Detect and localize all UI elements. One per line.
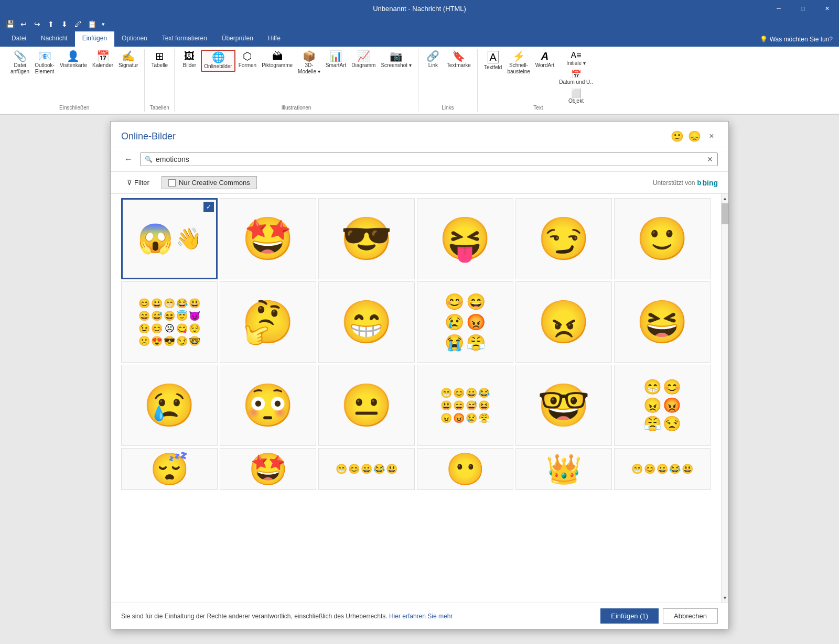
image-cell-6[interactable]: 🙂	[614, 198, 711, 279]
image-cell-8[interactable]: 🤔	[220, 281, 316, 363]
emoji-row-partial: 😁😊😀😂😃	[334, 461, 400, 477]
ribbon-group-links: 🔗 Link 🔖 Textmarke Links	[418, 49, 478, 112]
ribbon-search[interactable]: 💡 Was möchten Sie tun?	[754, 31, 839, 47]
ribbon-item-visitenkarte[interactable]: 👤 Visitenkarte	[58, 50, 89, 70]
scroll-up-button[interactable]: ▲	[722, 194, 728, 203]
image-cell-13[interactable]: 😢	[121, 365, 218, 446]
emoji-winking: 😏	[537, 214, 590, 264]
image-cell-2[interactable]: 🤩	[220, 198, 316, 279]
image-cell-24[interactable]: 😁😊😀😂😃	[614, 448, 711, 490]
clipboard-qa-button[interactable]: 📋	[86, 18, 98, 30]
pen-qa-button[interactable]: 🖊	[72, 18, 84, 30]
ribbon-item-kalender[interactable]: 📅 Kalender	[90, 50, 115, 70]
search-input-wrap: 🔍 ✕	[140, 152, 718, 166]
ribbon-item-wordart[interactable]: A WordArt	[533, 50, 557, 70]
ribbon-item-datum[interactable]: 📅 Datum und U..	[557, 68, 594, 86]
image-cell-12[interactable]: 😆	[614, 281, 711, 363]
image-cell-21[interactable]: 😁😊😀😂😃	[318, 448, 415, 490]
image-cell-17[interactable]: 🤓	[515, 365, 612, 446]
bing-icon: b	[697, 179, 702, 187]
image-cell-19[interactable]: 😴	[121, 448, 218, 490]
scroll-down-button[interactable]: ▼	[722, 593, 728, 603]
image-cell-4[interactable]: 😝	[417, 198, 513, 279]
filter-bar: ⊽ Filter Nur Creative Commons Unterstütz…	[111, 172, 728, 194]
image-cell-23[interactable]: 👑	[515, 448, 612, 490]
image-cell-1[interactable]: ✓ 😱 👋	[121, 198, 218, 279]
filter-label: Filter	[134, 179, 149, 187]
tab-einfuegen[interactable]: Einfügen	[75, 31, 114, 47]
search-input[interactable]	[156, 155, 704, 163]
scroll-thumb[interactable]	[722, 203, 728, 224]
ribbon-item-smartart[interactable]: 📊 SmartArt	[324, 50, 348, 70]
footer-learn-more-link[interactable]: Hier erfahren Sie mehr	[389, 613, 453, 620]
minimize-button[interactable]: ─	[767, 0, 791, 17]
emoji-crown: 👑	[546, 452, 582, 486]
close-window-button[interactable]: ✕	[815, 0, 839, 17]
footer-text-content: Sie sind für die Einhaltung der Rechte a…	[121, 613, 388, 620]
tab-hilfe[interactable]: Hilfe	[261, 31, 288, 47]
save-qa-button[interactable]: 💾	[4, 18, 16, 30]
image-cell-9[interactable]: 😁	[318, 281, 415, 363]
image-cell-18[interactable]: 😁 😊 😠 😡 😤 😒	[614, 365, 711, 446]
ribbon-item-onlinebilder[interactable]: 🌐 Onlinebilder	[201, 50, 235, 72]
ribbon-item-outlook-element[interactable]: 📧 Outlook-Element	[33, 50, 57, 76]
ribbon-group-tabellen: ⊞ Tabelle Tabellen	[145, 49, 175, 112]
image-cell-16[interactable]: 😁😊😀😂 😃😄😅😆 😠😡😢😤	[417, 365, 513, 446]
image-cell-10[interactable]: 😊 😄 😢 😡 😭 😤	[417, 281, 513, 363]
image-cell-15[interactable]: 😐	[318, 365, 415, 446]
tab-text-formatieren[interactable]: Text formatieren	[155, 31, 214, 47]
cancel-button[interactable]: Abbrechen	[663, 608, 718, 624]
tab-ueberpruefen[interactable]: Überprüfen	[214, 31, 261, 47]
ribbon-item-textfeld[interactable]: A Textfeld	[482, 50, 504, 72]
search-clear-button[interactable]: ✕	[707, 155, 713, 163]
tab-datei[interactable]: Datei	[4, 31, 34, 47]
chart-icon: 📈	[357, 51, 370, 61]
down-qa-button[interactable]: ⬇	[59, 18, 70, 30]
object-icon: ⬜	[571, 88, 582, 98]
scrollbar[interactable]: ▲ ▼	[721, 194, 728, 603]
ribbon-item-bilder[interactable]: 🖼 Bilder	[179, 50, 200, 70]
image-cell-3[interactable]: 😎	[318, 198, 415, 279]
emoji-smiley-yellow: 🙂	[636, 214, 689, 264]
image-cell-11[interactable]: 😠	[515, 281, 612, 363]
maximize-button[interactable]: □	[791, 0, 815, 17]
scroll-track[interactable]	[722, 203, 728, 593]
dialog-close-button[interactable]: ×	[705, 130, 718, 143]
back-button[interactable]: ←	[121, 152, 136, 166]
image-cell-14[interactable]: 😳	[220, 365, 316, 446]
redo-qa-button[interactable]: ↪	[31, 18, 43, 30]
emoji-happy-icon[interactable]: 🙂	[671, 130, 684, 143]
image-cell-7[interactable]: 😊😀😁😂😃 😄😅😆😇😈 😉😊☹😋😌 🙁😍😎😏🤓	[121, 281, 218, 363]
ribbon-item-piktogramme[interactable]: 🏔 Piktogramme	[260, 50, 295, 70]
ribbon-item-diagramm[interactable]: 📈 Diagramm	[349, 50, 378, 70]
ribbon-item-screenshot[interactable]: 📷 Screenshot ▾	[379, 50, 413, 70]
tab-optionen[interactable]: Optionen	[114, 31, 155, 47]
ribbon-item-tabelle[interactable]: ⊞ Tabelle	[149, 50, 170, 70]
image-cell-5[interactable]: 😏	[515, 198, 612, 279]
image-cell-20[interactable]: 🤩	[220, 448, 316, 490]
ribbon-item-initiale[interactable]: A≡ Initiale ▾	[557, 50, 594, 67]
tab-nachricht[interactable]: Nachricht	[34, 31, 75, 47]
emoji-sad-icon[interactable]: 😞	[688, 130, 701, 143]
filter-button[interactable]: ⊽ Filter	[121, 176, 155, 189]
undo-qa-button[interactable]: ↩	[18, 18, 29, 30]
ribbon-item-datei-anfuegen[interactable]: 📎 Dateianfügen	[8, 50, 31, 76]
ribbon-item-link[interactable]: 🔗 Link	[423, 50, 444, 70]
filter-icon: ⊽	[127, 179, 132, 187]
search-icon: 🔍	[145, 156, 153, 163]
insert-button[interactable]: Einfügen (1)	[600, 608, 659, 624]
attachment-icon: 📎	[14, 51, 27, 61]
ribbon-item-formen[interactable]: ⬡ Formen	[236, 50, 259, 70]
table-icon: ⊞	[155, 51, 164, 61]
up-qa-button[interactable]: ⬆	[45, 18, 57, 30]
ribbon-item-objekt[interactable]: ⬜ Objekt	[557, 87, 594, 105]
group-label-tabellen: Tabellen	[149, 105, 170, 112]
creative-commons-button[interactable]: Nur Creative Commons	[162, 176, 257, 189]
ribbon-item-3d-modelle[interactable]: 📦 3D-Modelle ▾	[296, 50, 322, 76]
ribbon-item-schnellbausteine[interactable]: ⚡ Schnell-bausteine	[505, 50, 532, 76]
ribbon-item-signatur[interactable]: ✍ Signatur	[116, 50, 140, 70]
emoji-thumbsup-grin: 😁	[340, 298, 393, 347]
footer-disclaimer: Sie sind für die Einhaltung der Rechte a…	[121, 613, 453, 620]
image-cell-22[interactable]: 😶	[417, 448, 513, 490]
ribbon-item-textmarke[interactable]: 🔖 Textmarke	[445, 50, 473, 70]
